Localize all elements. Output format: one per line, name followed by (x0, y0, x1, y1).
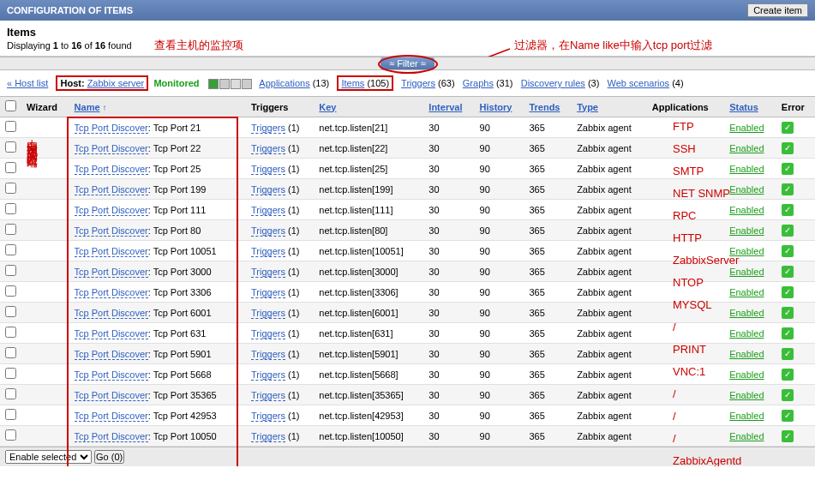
graphs-link[interactable]: Graphs (463, 78, 494, 88)
status-link[interactable]: Enabled (729, 205, 764, 215)
row-checkbox[interactable] (5, 183, 16, 194)
discover-link[interactable]: Tcp Port Discover (75, 143, 148, 154)
annotation-app-label: HTTP (673, 231, 702, 244)
row-triggers-link[interactable]: Triggers (251, 411, 285, 422)
row-checkbox[interactable] (5, 162, 16, 173)
col-trends[interactable]: Trends (524, 97, 572, 117)
annotation-app-label: / (673, 410, 676, 423)
discover-link[interactable]: Tcp Port Discover (75, 328, 148, 339)
row-checkbox[interactable] (5, 347, 16, 358)
status-link[interactable]: Enabled (729, 431, 764, 441)
create-item-button[interactable]: Create item (747, 3, 808, 17)
discover-link[interactable]: Tcp Port Discover (75, 287, 148, 298)
row-triggers-link[interactable]: Triggers (251, 267, 285, 278)
icon-2[interactable] (219, 79, 230, 89)
status-link[interactable]: Enabled (729, 267, 764, 277)
row-checkbox[interactable] (5, 121, 16, 132)
discover-link[interactable]: Tcp Port Discover (75, 390, 148, 401)
name-cell: Tcp Port Discover: Tcp Port 3306 (69, 282, 246, 303)
wizard-cell (21, 344, 69, 364)
row-checkbox[interactable] (5, 368, 16, 379)
status-link[interactable]: Enabled (729, 225, 764, 236)
name-cell: Tcp Port Discover: Tcp Port 111 (69, 200, 246, 220)
wizard-cell (21, 405, 69, 426)
status-link[interactable]: Enabled (729, 328, 764, 339)
row-checkbox[interactable] (5, 388, 16, 399)
status-link[interactable]: Enabled (729, 123, 764, 133)
triggers-link[interactable]: Triggers (401, 78, 435, 88)
col-status[interactable]: Status (724, 97, 776, 117)
row-checkbox[interactable] (5, 265, 16, 276)
discover-link[interactable]: Tcp Port Discover (75, 308, 148, 319)
row-triggers-link[interactable]: Triggers (251, 308, 285, 319)
host-list-link[interactable]: « Host list (7, 78, 48, 88)
status-link[interactable]: Enabled (729, 287, 764, 297)
discover-link[interactable]: Tcp Port Discover (75, 349, 148, 360)
discover-link[interactable]: Tcp Port Discover (75, 205, 148, 216)
status-link[interactable]: Enabled (729, 369, 764, 380)
discover-link[interactable]: Tcp Port Discover (75, 123, 148, 134)
icon-3[interactable] (231, 79, 241, 89)
row-triggers-link[interactable]: Triggers (251, 246, 285, 257)
row-checkbox[interactable] (5, 244, 16, 255)
col-type[interactable]: Type (572, 97, 647, 117)
row-checkbox[interactable] (5, 141, 16, 153)
row-checkbox[interactable] (5, 429, 16, 441)
row-triggers-link[interactable]: Triggers (251, 143, 285, 154)
status-cell: Enabled (724, 344, 776, 364)
discover-link[interactable]: Tcp Port Discover (75, 184, 148, 195)
items-link[interactable]: Items (341, 78, 364, 88)
status-link[interactable]: Enabled (729, 308, 764, 318)
col-interval[interactable]: Interval (423, 97, 474, 117)
discover-link[interactable]: Tcp Port Discover (75, 411, 148, 422)
row-checkbox[interactable] (5, 306, 16, 317)
discover-link[interactable]: Tcp Port Discover (75, 164, 148, 175)
col-history[interactable]: History (475, 97, 524, 117)
col-name[interactable]: Name ↑ (69, 97, 246, 117)
icon-4[interactable] (242, 79, 252, 89)
status-link[interactable]: Enabled (729, 184, 764, 195)
status-link[interactable]: Enabled (729, 349, 764, 359)
row-triggers-link[interactable]: Triggers (251, 369, 285, 381)
row-checkbox[interactable] (5, 327, 16, 338)
row-triggers-link[interactable]: Triggers (251, 184, 285, 195)
filter-button[interactable]: ≈ Filter ≈ (381, 57, 434, 69)
select-all-checkbox[interactable] (5, 100, 16, 111)
error-cell: ✓ (776, 282, 815, 303)
applications-link[interactable]: Applications (259, 78, 309, 88)
col-key[interactable]: Key (314, 97, 423, 117)
row-triggers-link[interactable]: Triggers (251, 123, 285, 134)
row-triggers-link[interactable]: Triggers (251, 164, 285, 175)
z-icon[interactable] (208, 79, 219, 89)
discover-link[interactable]: Tcp Port Discover (75, 431, 148, 442)
discover-link[interactable]: Tcp Port Discover (75, 267, 148, 278)
discover-link[interactable]: Tcp Port Discover (75, 225, 148, 237)
row-triggers-link[interactable]: Triggers (251, 328, 285, 339)
discovery-link[interactable]: Discovery rules (521, 78, 585, 88)
row-checkbox[interactable] (5, 285, 16, 297)
row-triggers-link[interactable]: Triggers (251, 431, 285, 442)
applications-cell (647, 323, 724, 344)
host-name-link[interactable]: Zabbix server (87, 78, 145, 88)
status-link[interactable]: Enabled (729, 143, 764, 153)
row-checkbox[interactable] (5, 224, 16, 235)
discover-link[interactable]: Tcp Port Discover (75, 246, 148, 257)
triggers-cell: Triggers (1) (246, 138, 314, 159)
bulk-action-select[interactable]: Enable selected (5, 450, 92, 464)
row-triggers-link[interactable]: Triggers (251, 287, 285, 298)
row-checkbox[interactable] (5, 203, 16, 214)
row-checkbox[interactable] (5, 409, 16, 420)
web-scenarios-link[interactable]: Web scenarios (608, 78, 670, 88)
go-button[interactable]: Go (0) (94, 450, 124, 464)
annotation-app-label: SMTP (673, 165, 704, 177)
row-triggers-link[interactable]: Triggers (251, 349, 285, 360)
status-link[interactable]: Enabled (729, 390, 764, 400)
row-triggers-link[interactable]: Triggers (251, 225, 285, 237)
discover-link[interactable]: Tcp Port Discover (75, 369, 148, 381)
row-triggers-link[interactable]: Triggers (251, 205, 285, 216)
error-cell: ✓ (776, 323, 815, 344)
status-link[interactable]: Enabled (729, 411, 764, 421)
row-triggers-link[interactable]: Triggers (251, 390, 285, 401)
status-link[interactable]: Enabled (729, 164, 764, 174)
interval-cell: 30 (423, 303, 474, 323)
